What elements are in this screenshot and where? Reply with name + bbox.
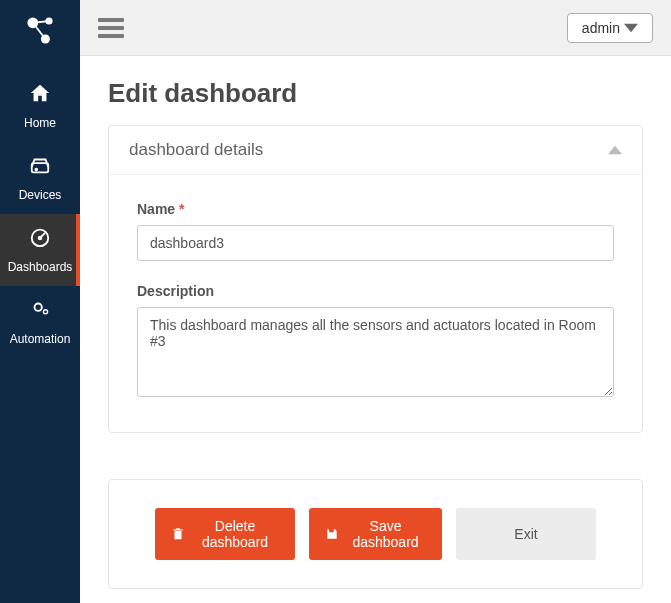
sidebar-item-devices[interactable]: Devices xyxy=(0,142,80,214)
sidebar-item-label: Home xyxy=(24,116,56,130)
required-marker: * xyxy=(179,201,184,217)
description-group: Description xyxy=(137,283,614,400)
sidebar: Home Devices Dashboards Automation xyxy=(0,0,80,603)
sidebar-item-automation[interactable]: Automation xyxy=(0,286,80,358)
name-input[interactable] xyxy=(137,225,614,261)
trash-icon xyxy=(171,527,185,541)
hdd-icon xyxy=(29,154,51,182)
delete-button-label: Delete dashboard xyxy=(191,518,279,550)
details-panel: dashboard details Name * Description xyxy=(108,125,643,433)
description-label: Description xyxy=(137,283,614,299)
user-menu-label: admin xyxy=(582,20,620,36)
save-button[interactable]: Save dashboard xyxy=(309,508,442,560)
sidebar-item-dashboards[interactable]: Dashboards xyxy=(0,214,80,286)
chevron-down-icon xyxy=(624,21,638,35)
chevron-up-icon[interactable] xyxy=(608,142,622,158)
description-textarea[interactable] xyxy=(137,307,614,397)
svg-point-8 xyxy=(39,237,42,240)
name-label-text: Name xyxy=(137,201,175,217)
user-menu-button[interactable]: admin xyxy=(567,13,653,43)
sidebar-item-label: Automation xyxy=(10,332,71,346)
sidebar-item-home[interactable]: Home xyxy=(0,70,80,142)
logo xyxy=(0,0,80,60)
sidebar-item-label: Devices xyxy=(19,188,62,202)
sidebar-item-label: Dashboards xyxy=(8,260,73,274)
topbar: admin xyxy=(80,0,671,56)
panel-header: dashboard details xyxy=(109,126,642,175)
svg-line-4 xyxy=(33,23,46,39)
save-button-label: Save dashboard xyxy=(345,518,426,550)
cogs-icon xyxy=(29,298,51,326)
dashboard-icon xyxy=(29,226,51,254)
home-icon xyxy=(29,82,51,110)
action-panel: Delete dashboard Save dashboard Exit xyxy=(108,479,643,589)
save-icon xyxy=(325,527,339,541)
panel-title: dashboard details xyxy=(129,140,263,160)
svg-rect-5 xyxy=(32,163,49,172)
panel-body: Name * Description xyxy=(109,175,642,432)
sidebar-nav: Home Devices Dashboards Automation xyxy=(0,70,80,358)
name-label: Name * xyxy=(137,201,614,217)
delete-button[interactable]: Delete dashboard xyxy=(155,508,295,560)
logo-icon xyxy=(22,12,58,48)
name-group: Name * xyxy=(137,201,614,261)
svg-point-6 xyxy=(35,169,37,171)
menu-toggle-icon[interactable] xyxy=(98,14,124,42)
exit-button-label: Exit xyxy=(514,526,537,542)
page-title: Edit dashboard xyxy=(108,78,643,109)
content: Edit dashboard dashboard details Name * … xyxy=(80,56,671,603)
exit-button[interactable]: Exit xyxy=(456,508,596,560)
